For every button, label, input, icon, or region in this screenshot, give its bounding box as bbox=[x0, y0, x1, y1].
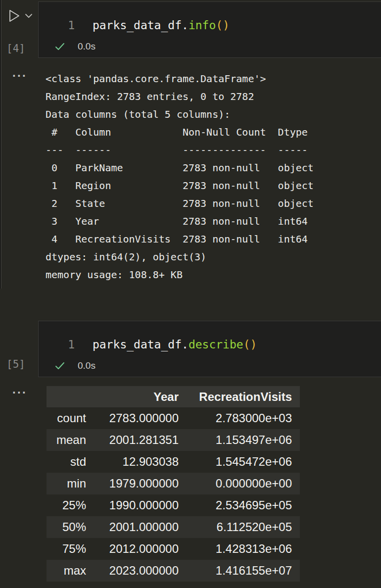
code-method: describe bbox=[189, 338, 243, 351]
cell-status-bar: 0.0s bbox=[39, 40, 95, 53]
cell-value: 1.545472e+06 bbox=[179, 455, 300, 469]
cell-value: 12.903038 bbox=[86, 455, 179, 469]
cell-value: 6.112520e+05 bbox=[179, 520, 300, 534]
cell-value: 2001.281351 bbox=[86, 433, 179, 447]
code-dot: . bbox=[182, 19, 189, 32]
row-label: std bbox=[47, 455, 86, 469]
row-label: 50% bbox=[47, 520, 86, 534]
code-object: parks_data_df bbox=[93, 19, 182, 32]
code-parens: () bbox=[243, 338, 257, 351]
table-row: min1979.0000000.000000e+00 bbox=[47, 473, 300, 494]
success-check-icon bbox=[55, 43, 65, 51]
row-label: mean bbox=[47, 433, 86, 447]
table-row: max2023.0000001.416155e+07 bbox=[47, 560, 300, 582]
row-label: max bbox=[47, 564, 86, 578]
run-dropdown-chevron-icon[interactable] bbox=[25, 12, 33, 21]
run-cell-icon[interactable] bbox=[8, 9, 21, 25]
table-header-row: Year RecreationVisits bbox=[47, 386, 300, 407]
describe-table: Year RecreationVisits count2783.0000002.… bbox=[47, 386, 300, 582]
cell-value: 2023.000000 bbox=[86, 564, 179, 578]
code-editor-line[interactable]: 1parks_data_df.describe() bbox=[39, 336, 381, 353]
cell-value: 1.416155e+07 bbox=[179, 564, 300, 578]
column-header-recreationvisits: RecreationVisits bbox=[179, 390, 300, 404]
execution-count-label: [5] bbox=[0, 358, 32, 370]
output-more-actions-icon[interactable]: ··· bbox=[10, 387, 30, 398]
cell-value: 2783.000000 bbox=[86, 411, 179, 425]
cell-value: 1.428313e+06 bbox=[179, 542, 300, 556]
table-row: count2783.0000002.783000e+03 bbox=[47, 407, 300, 429]
cell-value: 1.153497e+06 bbox=[179, 433, 300, 447]
cell-status-bar: 0.0s bbox=[39, 359, 95, 373]
info-output-text: <class 'pandas.core.frame.DataFrame'> Ra… bbox=[46, 70, 314, 284]
table-row: std12.9030381.545472e+06 bbox=[47, 451, 300, 473]
column-header-year: Year bbox=[86, 390, 179, 404]
row-label: min bbox=[47, 477, 86, 490]
line-number: 1 bbox=[39, 17, 75, 34]
code-parens: () bbox=[216, 19, 230, 32]
table-row: mean2001.2813511.153497e+06 bbox=[47, 429, 300, 451]
row-label: 75% bbox=[47, 542, 86, 556]
line-number: 1 bbox=[39, 336, 75, 353]
code-object: parks_data_df bbox=[93, 338, 182, 351]
row-label: count bbox=[47, 411, 86, 425]
execution-duration: 0.0s bbox=[78, 41, 95, 52]
code-editor-line[interactable]: 1parks_data_df.info() bbox=[39, 17, 381, 34]
output-more-actions-icon[interactable]: ··· bbox=[10, 70, 30, 82]
code-dot: . bbox=[182, 338, 189, 351]
code-cell-info[interactable]: 1parks_data_df.info() 0.0s bbox=[38, 1, 381, 58]
success-check-icon bbox=[55, 362, 65, 370]
code-cell-describe[interactable]: 1parks_data_df.describe() 0.0s bbox=[38, 321, 381, 377]
execution-count-label: [4] bbox=[0, 43, 32, 54]
cell-value: 2001.000000 bbox=[86, 520, 179, 534]
execution-duration: 0.0s bbox=[78, 360, 95, 371]
table-row: 75%2012.0000001.428313e+06 bbox=[47, 538, 300, 560]
cell-value: 2.534695e+05 bbox=[179, 498, 300, 512]
cell-value: 1990.000000 bbox=[86, 498, 179, 512]
table-row: 25%1990.0000002.534695e+05 bbox=[47, 494, 300, 516]
row-label: 25% bbox=[47, 498, 86, 512]
cell-value: 0.000000e+00 bbox=[179, 477, 300, 490]
code-method: info bbox=[189, 19, 216, 32]
cell-value: 2.783000e+03 bbox=[179, 411, 300, 425]
cell-value: 1979.000000 bbox=[86, 477, 179, 490]
cell-value: 2012.000000 bbox=[86, 542, 179, 556]
table-row: 50%2001.0000006.112520e+05 bbox=[47, 516, 300, 538]
run-cell-controls[interactable] bbox=[8, 9, 33, 25]
describe-table-body: count2783.0000002.783000e+03mean2001.281… bbox=[47, 407, 300, 582]
